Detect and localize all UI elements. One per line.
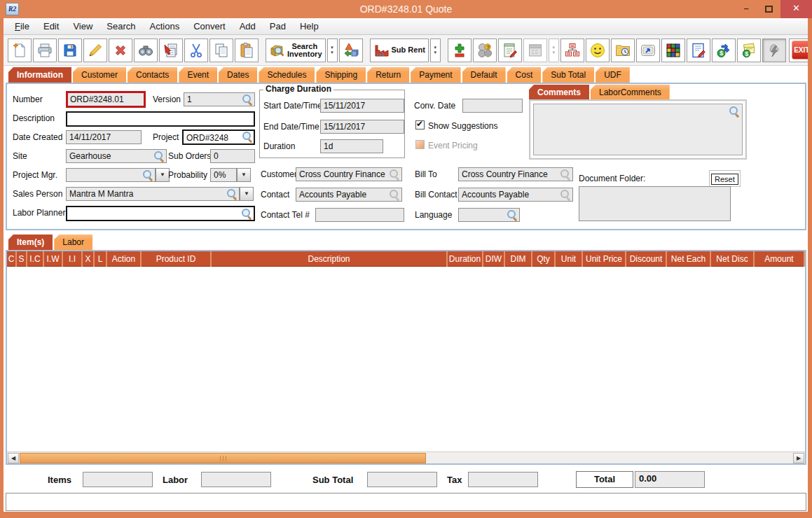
column-header[interactable]: C bbox=[7, 251, 17, 267]
new-document-button[interactable] bbox=[8, 38, 32, 62]
tab[interactable]: Default bbox=[462, 67, 506, 83]
currency-transfer-button[interactable]: $ bbox=[712, 38, 736, 62]
duration-field[interactable]: 1d bbox=[320, 139, 383, 153]
number-field[interactable]: ORD#3248.01 bbox=[66, 91, 146, 108]
date-created-field[interactable]: 14/11/2017 bbox=[66, 130, 142, 144]
menu-item[interactable]: View bbox=[66, 19, 99, 34]
menu-item[interactable]: Edit bbox=[36, 19, 66, 34]
project-mgr-field[interactable] bbox=[66, 168, 156, 182]
column-header[interactable]: DIW bbox=[483, 251, 505, 267]
find-button[interactable] bbox=[134, 38, 158, 62]
search-icon[interactable] bbox=[242, 132, 253, 142]
column-header[interactable]: I.W bbox=[44, 251, 63, 267]
probability-field[interactable]: 0% bbox=[210, 168, 237, 182]
convert-button[interactable] bbox=[339, 38, 363, 62]
tab[interactable]: Customer bbox=[73, 67, 126, 83]
paste-button[interactable] bbox=[235, 38, 259, 62]
sales-person-field[interactable]: Mantra M Mantra bbox=[66, 187, 240, 201]
close-button[interactable]: ✕ bbox=[780, 0, 812, 18]
notes-button[interactable] bbox=[498, 38, 522, 62]
edit-button[interactable] bbox=[83, 38, 107, 62]
tab[interactable]: Payment bbox=[411, 67, 460, 83]
menu-item[interactable]: Search bbox=[99, 19, 142, 34]
search-icon[interactable] bbox=[507, 210, 518, 220]
search-icon[interactable] bbox=[143, 170, 153, 181]
end-date-field[interactable]: 15/11/2017 bbox=[320, 120, 404, 134]
add-remove-items-button[interactable] bbox=[448, 38, 472, 62]
column-header[interactable]: Net Each bbox=[667, 251, 711, 267]
horizontal-scrollbar[interactable]: ◀ ▶ bbox=[7, 451, 805, 463]
tab[interactable]: Schedules bbox=[259, 67, 315, 83]
column-header[interactable]: I.I bbox=[63, 251, 83, 267]
column-header[interactable]: DIM bbox=[505, 251, 532, 267]
comments-field[interactable] bbox=[533, 104, 743, 155]
maximize-button[interactable] bbox=[758, 0, 779, 18]
search-icon[interactable] bbox=[729, 106, 740, 117]
column-header[interactable]: S bbox=[17, 251, 27, 267]
column-header[interactable]: Duration bbox=[448, 251, 483, 267]
column-header[interactable]: Description bbox=[212, 251, 448, 267]
contact-field[interactable]: Accounts Payable bbox=[296, 188, 402, 202]
description-field[interactable] bbox=[66, 111, 255, 127]
labor-planner-field[interactable] bbox=[66, 206, 255, 221]
copy-to-order-button[interactable] bbox=[159, 38, 183, 62]
tab[interactable]: Sub Total bbox=[542, 67, 594, 83]
order-structure-button[interactable] bbox=[560, 38, 584, 62]
customer-field[interactable]: Cross Country Finance bbox=[296, 167, 402, 181]
availability-button[interactable] bbox=[661, 38, 685, 62]
cut-button[interactable] bbox=[184, 38, 208, 62]
menu-item[interactable]: Convert bbox=[186, 19, 233, 34]
probability-dropdown[interactable]: ▼ bbox=[237, 168, 251, 182]
column-header[interactable]: Unit Price bbox=[583, 251, 626, 267]
reset-button[interactable]: Reset bbox=[711, 174, 738, 185]
tab[interactable]: Event bbox=[179, 67, 217, 83]
version-field[interactable]: 1 bbox=[184, 92, 255, 106]
menu-item[interactable]: Pad bbox=[263, 19, 293, 34]
column-header[interactable]: L bbox=[95, 251, 107, 267]
tab[interactable]: LaborComments bbox=[591, 85, 670, 100]
column-header[interactable]: Net Disc bbox=[711, 251, 755, 267]
sub-rent-button[interactable]: Sub Rent bbox=[370, 38, 429, 62]
save-button[interactable] bbox=[58, 38, 82, 62]
scrollbar-thumb[interactable] bbox=[20, 453, 426, 463]
project-field[interactable]: ORD#3248 bbox=[182, 130, 255, 145]
scroll-left-arrow-icon[interactable]: ◀ bbox=[8, 453, 19, 463]
tab[interactable]: Item(s) bbox=[8, 234, 53, 250]
tab[interactable]: UDF bbox=[596, 67, 630, 83]
sales-person-dropdown[interactable]: ▼ bbox=[240, 187, 254, 201]
column-header[interactable]: Discount bbox=[626, 251, 667, 267]
scroll-right-arrow-icon[interactable]: ▶ bbox=[793, 453, 804, 463]
tab[interactable]: Return bbox=[367, 67, 409, 83]
components-button[interactable]: ? bbox=[473, 38, 497, 62]
search-icon[interactable] bbox=[154, 151, 165, 162]
project-mgr-dropdown[interactable]: ▼ bbox=[156, 168, 170, 182]
edit-notes-button[interactable] bbox=[687, 38, 710, 62]
delete-button[interactable] bbox=[109, 38, 132, 62]
column-header[interactable]: Amount bbox=[755, 251, 805, 267]
contact-tel-field[interactable] bbox=[315, 208, 404, 222]
feedback-button[interactable] bbox=[586, 38, 610, 62]
column-header[interactable]: Product ID bbox=[142, 251, 212, 267]
minimize-button[interactable]: – bbox=[736, 0, 757, 18]
sub-rent-dropdown[interactable]: ▼▼ bbox=[430, 38, 441, 62]
menu-item[interactable]: Add bbox=[233, 19, 263, 34]
column-header[interactable]: Action bbox=[107, 251, 142, 267]
menu-item[interactable]: File bbox=[8, 19, 36, 34]
tab[interactable]: Labor bbox=[54, 234, 92, 250]
menu-item[interactable]: Help bbox=[293, 19, 326, 34]
tab[interactable]: Cost bbox=[507, 67, 542, 83]
billing-button[interactable]: $ bbox=[737, 38, 761, 62]
grid-body[interactable] bbox=[7, 267, 805, 451]
bill-to-field[interactable]: Cross Country Finance bbox=[458, 167, 573, 181]
tab[interactable]: Contacts bbox=[128, 67, 177, 83]
tab[interactable]: Information bbox=[8, 67, 71, 83]
shortcut-keys-button[interactable] bbox=[636, 38, 660, 62]
search-icon[interactable] bbox=[227, 189, 238, 200]
bill-contact-field[interactable]: Accounts Payable bbox=[458, 188, 573, 202]
column-header[interactable]: Unit bbox=[556, 251, 583, 267]
show-suggestions-checkbox[interactable] bbox=[415, 120, 425, 130]
conv-date-field[interactable] bbox=[462, 99, 523, 113]
column-header[interactable]: I.C bbox=[27, 251, 44, 267]
search-icon[interactable] bbox=[242, 209, 252, 219]
search-inventory-button[interactable]: SearchInventory bbox=[266, 38, 326, 62]
